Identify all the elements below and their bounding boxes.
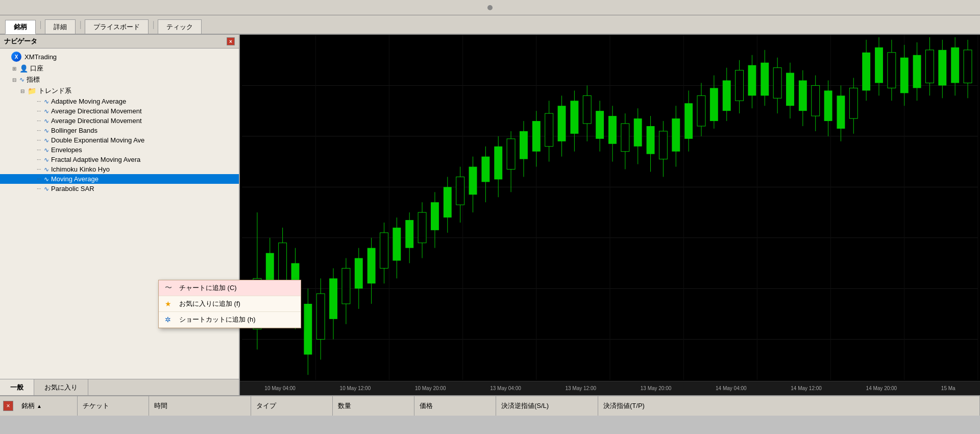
tab-詳細[interactable]: 詳細 — [45, 19, 76, 34]
context-menu-item-add-favorites[interactable]: ★ お気に入りに追加 (f) — [159, 296, 301, 312]
folder-icon-trend: 📁 — [28, 87, 36, 95]
tree-item-adm2[interactable]: ··· ∿ Average Directional Movement — [0, 116, 239, 126]
shortcut-icon: ✲ — [165, 316, 174, 324]
svg-rect-86 — [684, 103, 693, 139]
nav-tab-favorites[interactable]: お気に入り — [34, 379, 88, 395]
tree-item-dema[interactable]: ··· ∿ Double Exponential Moving Ave — [0, 135, 239, 145]
tree-item-env[interactable]: ··· ∿ Envelopes — [0, 145, 239, 155]
indicator-icon-ma: ∿ — [44, 176, 49, 183]
indicator-icon-ama: ∿ — [44, 98, 49, 105]
expand-icon-adm1: ··· — [37, 108, 43, 114]
navigator-tree[interactable]: X XMTrading ⊞ 👤 口座 ⊟ ∿ 指標 ⊟ 📁 トレンド系 — [0, 49, 239, 379]
svg-rect-54 — [481, 157, 489, 182]
time-label-10: 15 Ma — [941, 385, 955, 391]
status-col-time-label: 時間 — [154, 401, 167, 411]
expand-icon-account: ⊞ — [12, 66, 18, 71]
status-col-tp: 決済指値(T/P) — [598, 396, 980, 416]
star-icon: ★ — [165, 300, 174, 308]
expand-icon-sar: ··· — [37, 186, 43, 191]
status-columns: 銘柄 ▲ チケット 時間 タイプ 数量 価格 決済逆指値(S/L) 決済指値(T… — [16, 396, 980, 416]
svg-rect-28 — [316, 294, 325, 339]
svg-rect-32 — [342, 268, 350, 304]
expand-icon-ma: ··· — [37, 176, 43, 182]
svg-rect-82 — [659, 131, 667, 159]
status-col-symbol[interactable]: 銘柄 ▲ — [16, 396, 78, 416]
tree-item-adm1[interactable]: ··· ∿ Average Directional Movement — [0, 106, 239, 116]
navigator-bottom-tabs: 一般 お気に入り — [0, 379, 239, 395]
indicator-icon-adm1: ∿ — [44, 108, 49, 115]
navigator-close-button[interactable]: × — [227, 37, 235, 45]
indicator-icon-env: ∿ — [44, 147, 49, 154]
svg-rect-126 — [938, 50, 946, 86]
expand-icon-dema: ··· — [37, 137, 43, 143]
status-col-sl: 決済逆指値(S/L) — [496, 396, 598, 416]
top-bar — [0, 0, 980, 15]
status-col-qty-label: 数量 — [338, 401, 351, 411]
svg-rect-112 — [849, 88, 857, 118]
tree-item-fama[interactable]: ··· ∿ Fractal Adaptive Moving Avera — [0, 155, 239, 164]
tree-item-ma[interactable]: ··· ∿ Moving Average — [0, 174, 239, 184]
tree-label-xmtrading: XMTrading — [24, 53, 57, 61]
status-col-time: 時間 — [149, 396, 251, 416]
svg-rect-88 — [697, 95, 705, 126]
svg-rect-72 — [596, 111, 604, 139]
wave-icon: 〜 — [165, 283, 174, 293]
expand-icon-adm2: ··· — [37, 118, 43, 124]
status-col-ticket-label: チケット — [83, 401, 109, 411]
tree-item-xmtrading[interactable]: X XMTrading — [0, 51, 239, 63]
tree-item-sar[interactable]: ··· ∿ Parabolic SAR — [0, 184, 239, 194]
time-label-5: 13 May 12:00 — [565, 385, 596, 391]
tab-ティック[interactable]: ティック — [158, 19, 202, 34]
chart-area[interactable]: 10 May 04:00 10 May 12:00 10 May 20:00 1… — [240, 35, 980, 395]
tree-label-trend: トレンド系 — [38, 86, 71, 95]
svg-rect-56 — [494, 147, 502, 180]
status-col-ticket: チケット — [78, 396, 149, 416]
svg-rect-30 — [329, 278, 337, 319]
tree-label-adm2: Average Directional Movement — [51, 117, 142, 125]
indicator-icon-ichimoku: ∿ — [44, 166, 49, 173]
time-label-7: 14 May 04:00 — [716, 385, 747, 391]
tree-label-adm1: Average Directional Movement — [51, 107, 142, 115]
context-menu-label-add-shortcut: ショートカットに追加 (h) — [179, 315, 256, 324]
svg-rect-124 — [925, 50, 934, 83]
account-icon: 👤 — [19, 64, 28, 73]
svg-rect-62 — [532, 121, 541, 152]
context-menu-item-add-shortcut[interactable]: ✲ ショートカットに追加 (h) — [159, 312, 301, 328]
status-col-type-label: タイプ — [256, 401, 276, 411]
tree-label-fama: Fractal Adaptive Moving Avera — [51, 156, 140, 163]
svg-rect-118 — [888, 53, 896, 88]
tree-item-trend[interactable]: ⊟ 📁 トレンド系 — [0, 85, 239, 97]
tree-item-account[interactable]: ⊞ 👤 口座 — [0, 63, 239, 74]
expand-icon-trend: ⊟ — [20, 88, 27, 94]
tree-item-indicators[interactable]: ⊟ ∿ 指標 — [0, 74, 239, 85]
status-col-qty: 数量 — [333, 396, 414, 416]
indicator-wave-icon: ∿ — [19, 76, 24, 83]
svg-rect-68 — [570, 101, 578, 134]
svg-rect-110 — [837, 95, 845, 129]
context-menu-item-add-chart[interactable]: 〜 チャートに追加 (C) — [159, 280, 301, 296]
indicator-icon-fama: ∿ — [44, 156, 49, 163]
svg-rect-114 — [862, 53, 870, 91]
tree-label-indicators: 指標 — [27, 75, 40, 84]
nav-tab-general[interactable]: 一般 — [0, 379, 34, 395]
top-bar-dot — [487, 5, 493, 10]
tab-銘柄[interactable]: 銘柄 — [5, 20, 36, 34]
xm-logo-icon: X — [11, 52, 21, 62]
svg-rect-34 — [355, 258, 363, 289]
svg-rect-74 — [608, 116, 617, 144]
tree-item-ichimoku[interactable]: ··· ∿ Ichimoku Kinko Hyo — [0, 164, 239, 174]
time-label-1: 10 May 04:00 — [264, 385, 296, 391]
time-label-4: 13 May 04:00 — [490, 385, 521, 391]
indicator-icon-sar: ∿ — [44, 185, 49, 192]
tree-item-adaptive-ma[interactable]: ··· ∿ Adaptive Moving Average — [0, 97, 239, 106]
tree-label-ichimoku: Ichimoku Kinko Hyo — [51, 165, 110, 173]
svg-rect-78 — [634, 118, 642, 147]
expand-icon-bb: ··· — [37, 128, 43, 133]
tree-item-bb[interactable]: ··· ∿ Bollinger Bands — [0, 126, 239, 135]
status-close-button[interactable]: × — [3, 401, 13, 411]
status-col-tp-label: 決済指値(T/P) — [603, 401, 645, 411]
svg-rect-116 — [875, 47, 883, 83]
tab-プライスボード[interactable]: プライスボード — [85, 19, 149, 34]
tab-sep-1: │ — [37, 21, 45, 29]
svg-rect-26 — [304, 304, 312, 354]
